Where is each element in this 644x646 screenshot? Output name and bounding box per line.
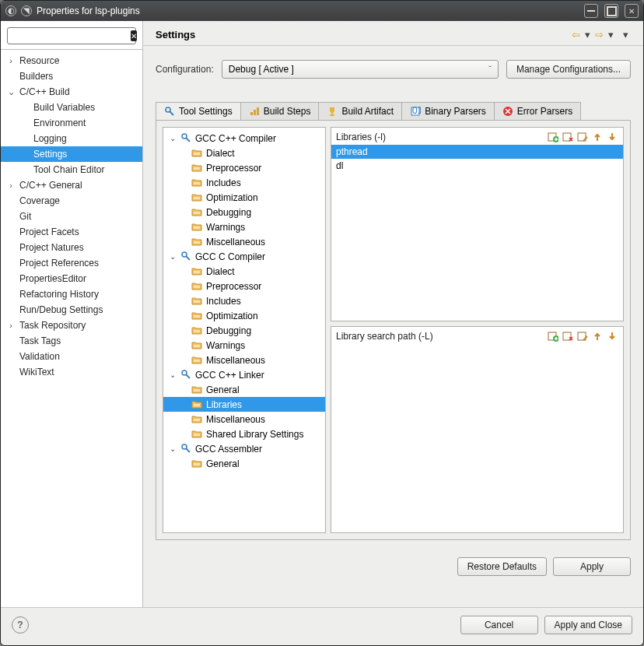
nav-item-environment[interactable]: ›Environment — [1, 115, 142, 131]
tree-twist-icon[interactable]: › — [5, 367, 16, 377]
tree-twist-icon[interactable]: ⌄ — [5, 87, 16, 97]
configuration-combo[interactable]: Debug [ Active ] ˇ — [222, 60, 499, 79]
tool-tree-item[interactable]: Dialect — [163, 146, 325, 160]
tree-twist-icon[interactable]: › — [5, 352, 16, 361]
nav-item-project-natures[interactable]: ›Project Natures — [1, 240, 142, 255]
tab-error-parsers[interactable]: Error Parsers — [494, 102, 581, 120]
nav-item-c-c-build[interactable]: ⌄C/C++ Build — [1, 84, 142, 100]
tool-tree-item[interactable]: Warnings — [163, 219, 325, 234]
tab-build-artifact[interactable]: Build Artifact — [318, 102, 402, 120]
tree-twist-icon[interactable]: › — [5, 196, 16, 205]
minimize-button[interactable] — [584, 4, 598, 18]
nav-item-c-c-general[interactable]: ›C/C++ General — [1, 177, 142, 193]
tool-tree-item[interactable]: Warnings — [163, 338, 325, 353]
edit-icon[interactable] — [576, 330, 589, 342]
apply-button[interactable]: Apply — [553, 557, 631, 576]
tool-tree-item[interactable]: Optimization — [163, 308, 325, 323]
list-item[interactable]: pthread — [331, 145, 623, 159]
move-down-icon[interactable] — [606, 131, 618, 143]
help-icon[interactable]: ? — [12, 616, 29, 634]
tool-tree-item[interactable]: ⌄GCC C Compiler — [163, 249, 325, 264]
nav-item-propertieseditor[interactable]: ›PropertiesEditor — [1, 271, 142, 286]
tab-build-steps[interactable]: Build Steps — [240, 102, 320, 120]
tool-tree-item[interactable]: Preprocessor — [163, 160, 325, 175]
tree-twist-icon[interactable]: › — [5, 72, 16, 81]
tool-tree-item[interactable]: Debugging — [163, 323, 325, 338]
nav-item-task-tags[interactable]: ›Task Tags — [1, 333, 142, 349]
tool-tree-item[interactable]: ⌄GCC C++ Compiler — [163, 131, 325, 146]
tool-tree-item[interactable]: Includes — [163, 293, 325, 308]
tree-twist-icon[interactable]: › — [5, 258, 16, 268]
manage-configurations-button[interactable]: Manage Configurations... — [506, 60, 631, 79]
nav-item-run-debug-settings[interactable]: ›Run/Debug Settings — [1, 302, 142, 318]
move-up-icon[interactable] — [591, 131, 604, 143]
nav-item-logging[interactable]: ›Logging — [1, 131, 142, 146]
filter-text-field[interactable] — [11, 30, 131, 42]
nav-item-project-facets[interactable]: ›Project Facets — [1, 224, 142, 240]
nav-item-coverage[interactable]: ›Coverage — [1, 193, 142, 209]
tree-twist-icon[interactable]: › — [5, 181, 16, 190]
tree-twist-icon[interactable]: ⌄ — [170, 252, 177, 261]
tree-twist-icon[interactable]: › — [5, 336, 16, 346]
tool-tree-item[interactable]: ⌄GCC C++ Linker — [163, 367, 325, 382]
tree-twist-icon[interactable]: › — [5, 243, 16, 252]
nav-tree[interactable]: ›Resource›Builders⌄C/C++ Build›Build Var… — [1, 50, 142, 607]
nav-item-task-repository[interactable]: ›Task Repository — [1, 318, 142, 333]
back-menu-icon[interactable]: ▾ — [583, 29, 593, 40]
delete-icon[interactable] — [562, 131, 574, 143]
edit-icon[interactable] — [576, 131, 589, 143]
tree-twist-icon[interactable]: › — [19, 165, 30, 174]
tree-twist-icon[interactable]: › — [5, 305, 16, 314]
tool-tree-item[interactable]: Debugging — [163, 205, 325, 219]
tool-tree-item[interactable]: Preprocessor — [163, 279, 325, 293]
back-icon[interactable]: ⇦ — [569, 29, 583, 40]
libraries-list[interactable]: pthreaddl — [331, 145, 623, 321]
nav-item-resource[interactable]: ›Resource — [1, 53, 142, 68]
nav-item-validation[interactable]: ›Validation — [1, 349, 142, 364]
move-down-icon[interactable] — [606, 330, 618, 342]
filter-input[interactable]: ✕ — [7, 27, 136, 44]
tool-tree-item[interactable]: Libraries — [163, 397, 325, 412]
tool-tree-item[interactable]: Miscellaneous — [163, 412, 325, 427]
cancel-button[interactable]: Cancel — [460, 616, 538, 634]
tool-tree-item[interactable]: Shared Library Settings — [163, 427, 325, 441]
tree-twist-icon[interactable]: › — [5, 227, 16, 237]
tree-twist-icon[interactable]: ⌄ — [170, 134, 177, 142]
tree-twist-icon[interactable]: › — [5, 212, 16, 221]
nav-item-tool-chain-editor[interactable]: ›Tool Chain Editor — [1, 162, 142, 177]
view-menu-icon[interactable]: ▾ — [621, 29, 631, 40]
list-item[interactable]: dl — [331, 159, 623, 173]
nav-item-git[interactable]: ›Git — [1, 209, 142, 224]
forward-icon[interactable]: ⇨ — [593, 29, 606, 40]
app-menu-icon[interactable]: ◐ — [5, 5, 16, 16]
maximize-button[interactable] — [604, 4, 618, 18]
library-paths-list[interactable] — [331, 344, 623, 532]
tree-twist-icon[interactable]: › — [5, 274, 16, 283]
tool-tree-item[interactable]: ⌄GCC Assembler — [163, 441, 325, 456]
nav-item-builders[interactable]: ›Builders — [1, 68, 142, 84]
tree-twist-icon[interactable]: ⌄ — [170, 370, 177, 379]
tree-twist-icon[interactable]: › — [19, 134, 30, 143]
tree-twist-icon[interactable]: › — [5, 56, 16, 65]
tree-twist-icon[interactable]: › — [5, 290, 16, 299]
tool-tree-item[interactable]: Miscellaneous — [163, 234, 325, 249]
tool-tree-item[interactable]: Optimization — [163, 190, 325, 205]
clear-filter-icon[interactable]: ✕ — [131, 30, 137, 41]
delete-icon[interactable] — [562, 330, 574, 342]
close-button[interactable] — [625, 4, 639, 18]
tree-twist-icon[interactable]: › — [5, 321, 16, 330]
add-icon[interactable] — [547, 330, 559, 342]
tree-twist-icon[interactable]: › — [19, 149, 30, 159]
tree-twist-icon[interactable]: › — [19, 118, 30, 128]
forward-menu-icon[interactable]: ▾ — [606, 29, 616, 40]
nav-item-project-references[interactable]: ›Project References — [1, 255, 142, 271]
add-icon[interactable] — [547, 131, 559, 143]
tool-tree-item[interactable]: General — [163, 456, 325, 471]
restore-defaults-button[interactable]: Restore Defaults — [457, 557, 547, 576]
nav-item-wikitext[interactable]: ›WikiText — [1, 364, 142, 380]
tool-tree-item[interactable]: Miscellaneous — [163, 353, 325, 367]
nav-item-build-variables[interactable]: ›Build Variables — [1, 100, 142, 115]
tab-binary-parsers[interactable]: 01Binary Parsers — [401, 102, 495, 120]
tool-tree-item[interactable]: Dialect — [163, 264, 325, 279]
apply-and-close-button[interactable]: Apply and Close — [544, 616, 632, 634]
